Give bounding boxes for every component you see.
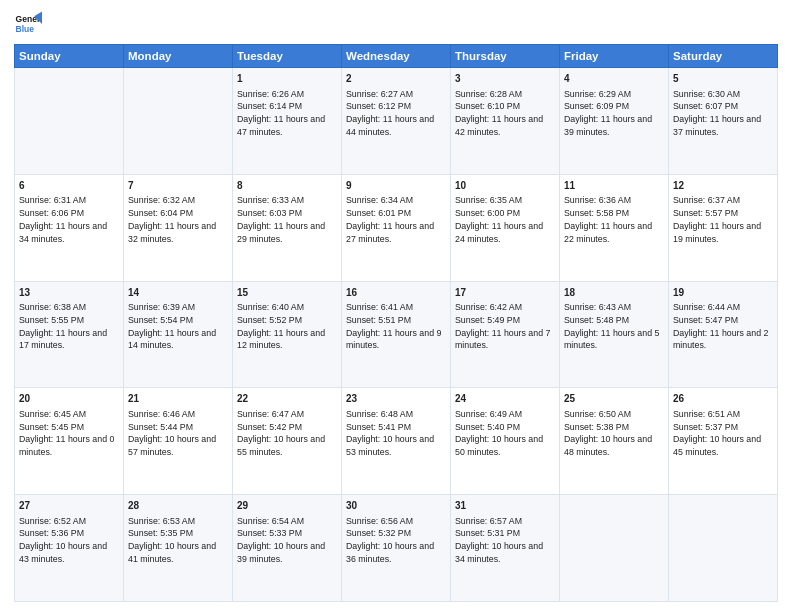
day-number: 15	[237, 286, 337, 301]
calendar-cell: 5Sunrise: 6:30 AMSunset: 6:07 PMDaylight…	[669, 68, 778, 175]
sunset-text: Sunset: 5:31 PM	[455, 528, 520, 538]
daylight-text: Daylight: 11 hours and 32 minutes.	[128, 221, 216, 244]
day-number: 25	[564, 392, 664, 407]
calendar-cell: 22Sunrise: 6:47 AMSunset: 5:42 PMDayligh…	[233, 388, 342, 495]
calendar-cell: 24Sunrise: 6:49 AMSunset: 5:40 PMDayligh…	[451, 388, 560, 495]
calendar-cell: 9Sunrise: 6:34 AMSunset: 6:01 PMDaylight…	[342, 174, 451, 281]
day-header-tuesday: Tuesday	[233, 45, 342, 68]
week-row-3: 13Sunrise: 6:38 AMSunset: 5:55 PMDayligh…	[15, 281, 778, 388]
sunrise-text: Sunrise: 6:54 AM	[237, 516, 304, 526]
day-number: 1	[237, 72, 337, 87]
sunset-text: Sunset: 5:54 PM	[128, 315, 193, 325]
calendar-page: General Blue SundayMondayTuesdayWednesda…	[0, 0, 792, 612]
day-number: 12	[673, 179, 773, 194]
sunrise-text: Sunrise: 6:32 AM	[128, 195, 195, 205]
logo-icon: General Blue	[14, 10, 42, 38]
sunrise-text: Sunrise: 6:30 AM	[673, 89, 740, 99]
svg-text:Blue: Blue	[16, 24, 35, 34]
day-number: 10	[455, 179, 555, 194]
calendar-cell	[669, 495, 778, 602]
sunrise-text: Sunrise: 6:33 AM	[237, 195, 304, 205]
daylight-text: Daylight: 10 hours and 39 minutes.	[237, 541, 325, 564]
daylight-text: Daylight: 11 hours and 27 minutes.	[346, 221, 434, 244]
daylight-text: Daylight: 11 hours and 42 minutes.	[455, 114, 543, 137]
sunrise-text: Sunrise: 6:35 AM	[455, 195, 522, 205]
sunrise-text: Sunrise: 6:56 AM	[346, 516, 413, 526]
daylight-text: Daylight: 10 hours and 50 minutes.	[455, 434, 543, 457]
sunset-text: Sunset: 6:12 PM	[346, 101, 411, 111]
day-number: 7	[128, 179, 228, 194]
sunset-text: Sunset: 5:51 PM	[346, 315, 411, 325]
sunset-text: Sunset: 5:32 PM	[346, 528, 411, 538]
sunrise-text: Sunrise: 6:34 AM	[346, 195, 413, 205]
calendar-cell: 27Sunrise: 6:52 AMSunset: 5:36 PMDayligh…	[15, 495, 124, 602]
daylight-text: Daylight: 10 hours and 36 minutes.	[346, 541, 434, 564]
week-row-2: 6Sunrise: 6:31 AMSunset: 6:06 PMDaylight…	[15, 174, 778, 281]
day-number: 18	[564, 286, 664, 301]
day-number: 23	[346, 392, 446, 407]
sunrise-text: Sunrise: 6:41 AM	[346, 302, 413, 312]
calendar-table: SundayMondayTuesdayWednesdayThursdayFrid…	[14, 44, 778, 602]
day-number: 3	[455, 72, 555, 87]
sunset-text: Sunset: 5:57 PM	[673, 208, 738, 218]
sunrise-text: Sunrise: 6:51 AM	[673, 409, 740, 419]
day-number: 22	[237, 392, 337, 407]
day-number: 8	[237, 179, 337, 194]
calendar-cell: 25Sunrise: 6:50 AMSunset: 5:38 PMDayligh…	[560, 388, 669, 495]
daylight-text: Daylight: 11 hours and 9 minutes.	[346, 328, 441, 351]
sunset-text: Sunset: 5:48 PM	[564, 315, 629, 325]
calendar-cell: 14Sunrise: 6:39 AMSunset: 5:54 PMDayligh…	[124, 281, 233, 388]
sunset-text: Sunset: 5:35 PM	[128, 528, 193, 538]
calendar-cell: 1Sunrise: 6:26 AMSunset: 6:14 PMDaylight…	[233, 68, 342, 175]
daylight-text: Daylight: 10 hours and 48 minutes.	[564, 434, 652, 457]
calendar-cell: 10Sunrise: 6:35 AMSunset: 6:00 PMDayligh…	[451, 174, 560, 281]
day-header-saturday: Saturday	[669, 45, 778, 68]
sunset-text: Sunset: 6:03 PM	[237, 208, 302, 218]
day-number: 20	[19, 392, 119, 407]
sunrise-text: Sunrise: 6:42 AM	[455, 302, 522, 312]
calendar-cell: 16Sunrise: 6:41 AMSunset: 5:51 PMDayligh…	[342, 281, 451, 388]
daylight-text: Daylight: 11 hours and 5 minutes.	[564, 328, 659, 351]
day-number: 26	[673, 392, 773, 407]
sunrise-text: Sunrise: 6:28 AM	[455, 89, 522, 99]
sunrise-text: Sunrise: 6:26 AM	[237, 89, 304, 99]
sunset-text: Sunset: 6:09 PM	[564, 101, 629, 111]
sunrise-text: Sunrise: 6:43 AM	[564, 302, 631, 312]
day-number: 30	[346, 499, 446, 514]
calendar-cell: 18Sunrise: 6:43 AMSunset: 5:48 PMDayligh…	[560, 281, 669, 388]
daylight-text: Daylight: 11 hours and 0 minutes.	[19, 434, 114, 457]
calendar-cell: 4Sunrise: 6:29 AMSunset: 6:09 PMDaylight…	[560, 68, 669, 175]
calendar-cell: 30Sunrise: 6:56 AMSunset: 5:32 PMDayligh…	[342, 495, 451, 602]
daylight-text: Daylight: 10 hours and 53 minutes.	[346, 434, 434, 457]
sunset-text: Sunset: 5:52 PM	[237, 315, 302, 325]
daylight-text: Daylight: 11 hours and 22 minutes.	[564, 221, 652, 244]
calendar-cell: 13Sunrise: 6:38 AMSunset: 5:55 PMDayligh…	[15, 281, 124, 388]
calendar-cell: 26Sunrise: 6:51 AMSunset: 5:37 PMDayligh…	[669, 388, 778, 495]
calendar-cell: 23Sunrise: 6:48 AMSunset: 5:41 PMDayligh…	[342, 388, 451, 495]
daylight-text: Daylight: 11 hours and 39 minutes.	[564, 114, 652, 137]
sunset-text: Sunset: 5:38 PM	[564, 422, 629, 432]
day-number: 24	[455, 392, 555, 407]
sunrise-text: Sunrise: 6:53 AM	[128, 516, 195, 526]
sunset-text: Sunset: 6:00 PM	[455, 208, 520, 218]
days-header-row: SundayMondayTuesdayWednesdayThursdayFrid…	[15, 45, 778, 68]
week-row-5: 27Sunrise: 6:52 AMSunset: 5:36 PMDayligh…	[15, 495, 778, 602]
calendar-cell: 8Sunrise: 6:33 AMSunset: 6:03 PMDaylight…	[233, 174, 342, 281]
calendar-cell	[560, 495, 669, 602]
day-number: 13	[19, 286, 119, 301]
day-number: 9	[346, 179, 446, 194]
sunset-text: Sunset: 6:07 PM	[673, 101, 738, 111]
daylight-text: Daylight: 11 hours and 29 minutes.	[237, 221, 325, 244]
sunset-text: Sunset: 5:49 PM	[455, 315, 520, 325]
day-number: 2	[346, 72, 446, 87]
sunrise-text: Sunrise: 6:38 AM	[19, 302, 86, 312]
sunrise-text: Sunrise: 6:50 AM	[564, 409, 631, 419]
sunrise-text: Sunrise: 6:47 AM	[237, 409, 304, 419]
sunrise-text: Sunrise: 6:57 AM	[455, 516, 522, 526]
daylight-text: Daylight: 11 hours and 2 minutes.	[673, 328, 768, 351]
sunrise-text: Sunrise: 6:48 AM	[346, 409, 413, 419]
sunset-text: Sunset: 5:36 PM	[19, 528, 84, 538]
daylight-text: Daylight: 11 hours and 24 minutes.	[455, 221, 543, 244]
sunset-text: Sunset: 5:40 PM	[455, 422, 520, 432]
daylight-text: Daylight: 10 hours and 41 minutes.	[128, 541, 216, 564]
